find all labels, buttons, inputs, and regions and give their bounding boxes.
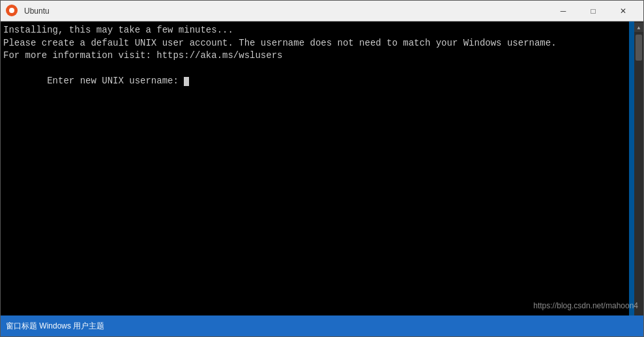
terminal-window: Ubuntu ─ □ ✕ Installing, this may take a… xyxy=(0,0,644,337)
scroll-up-arrow[interactable]: ▲ xyxy=(634,23,643,32)
terminal-line-2: Please create a default UNIX user accoun… xyxy=(3,37,632,50)
close-icon: ✕ xyxy=(620,7,626,15)
scrollbar[interactable]: ▲ xyxy=(634,22,643,315)
accent-bar xyxy=(629,22,634,315)
maximize-icon: □ xyxy=(591,7,595,15)
taskbar-strip: 窗口标题 Windows 用户主题 xyxy=(1,315,643,336)
scrollbar-thumb[interactable] xyxy=(636,35,642,61)
terminal-line-4: Enter new UNIX username: xyxy=(3,63,632,101)
terminal-cursor xyxy=(184,77,189,86)
title-bar: Ubuntu ─ □ ✕ xyxy=(1,1,643,22)
minimize-icon: ─ xyxy=(561,7,566,15)
terminal-output[interactable]: Installing, this may take a few minutes.… xyxy=(1,22,634,315)
maximize-button[interactable]: □ xyxy=(578,1,608,22)
watermark: https://blog.csdn.net/mahoon4 xyxy=(533,301,638,310)
terminal-line-3: For more information visit: https://aka.… xyxy=(3,50,632,63)
ubuntu-icon xyxy=(6,5,18,16)
taskbar-text: 窗口标题 Windows 用户主题 xyxy=(6,321,104,332)
close-button[interactable]: ✕ xyxy=(608,1,638,22)
terminal-line-1: Installing, this may take a few minutes.… xyxy=(3,24,632,37)
window-title: Ubuntu xyxy=(24,7,548,16)
window-controls: ─ □ ✕ xyxy=(548,1,638,22)
minimize-button[interactable]: ─ xyxy=(548,1,578,22)
terminal-container[interactable]: Installing, this may take a few minutes.… xyxy=(1,22,643,315)
app-icon xyxy=(6,5,19,18)
terminal-prompt: Enter new UNIX username: xyxy=(47,76,184,86)
